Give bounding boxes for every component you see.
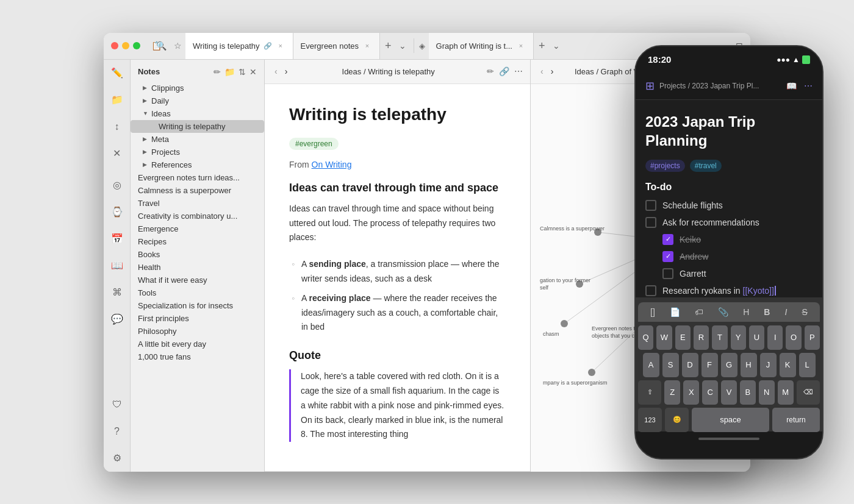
phone-more-icon[interactable]: ⋯ [804, 81, 813, 91]
more-icon[interactable]: ⋯ [514, 66, 523, 76]
key-w[interactable]: W [656, 325, 672, 350]
tab-close-button[interactable]: × [276, 41, 285, 51]
key-h[interactable]: H [741, 353, 757, 377]
sidebar-item-ideas[interactable]: ▼ Ideas [131, 107, 264, 120]
key-g[interactable]: G [721, 353, 737, 377]
sidebar-item-projects[interactable]: ▶ Projects [131, 146, 264, 158]
sidebar-item-specialization[interactable]: Specialization is for insects [131, 299, 264, 312]
kb-attach-icon[interactable]: 📎 [718, 307, 728, 317]
breadcrumb-parent[interactable]: Ideas [342, 67, 362, 76]
key-r[interactable]: R [694, 325, 709, 350]
sidebar-item-calmness[interactable]: Calmness is a superpower [131, 184, 264, 197]
bookmark-icon[interactable]: ☆ [170, 41, 185, 51]
forward-button[interactable]: › [282, 65, 290, 77]
shield-icon[interactable]: 🛡 [109, 396, 126, 413]
close-button[interactable] [111, 42, 118, 49]
key-d[interactable]: D [682, 353, 698, 377]
key-emoji[interactable]: 😊 [665, 408, 689, 432]
edit-icon[interactable]: ✏ [487, 66, 494, 76]
minimize-button[interactable] [122, 42, 129, 49]
kb-bold-icon[interactable]: B [764, 307, 770, 317]
tags-icon[interactable]: ⌚ [109, 204, 126, 221]
sidebar-item-clippings[interactable]: ▶ Clippings [131, 82, 264, 94]
tag-travel[interactable]: #travel [690, 160, 722, 172]
fullscreen-button[interactable] [133, 42, 140, 49]
back-button[interactable]: ‹ [272, 65, 280, 77]
graph-view-icon[interactable]: ◎ [109, 177, 126, 194]
key-num[interactable]: 123 [638, 408, 662, 432]
key-shift[interactable]: ⇧ [638, 380, 661, 405]
sidebar-item-recipes[interactable]: Recipes [131, 235, 264, 248]
calendar-icon[interactable]: 📅 [109, 230, 126, 247]
tag-projects[interactable]: #projects [645, 160, 685, 172]
tab-evergreen-notes[interactable]: Evergreen notes × [293, 33, 380, 60]
terminal-icon[interactable]: ⌘ [109, 284, 126, 301]
key-q[interactable]: Q [638, 325, 653, 350]
sidebar-item-meta[interactable]: ▶ Meta [131, 133, 264, 146]
key-y[interactable]: Y [731, 325, 746, 350]
tab-close-button[interactable]: × [362, 41, 372, 51]
sidebar-item-little-bit[interactable]: A little bit every day [131, 338, 264, 350]
settings-icon[interactable]: ⚙ [109, 450, 126, 467]
book-icon[interactable]: 📖 [109, 257, 126, 274]
key-s[interactable]: S [662, 353, 679, 377]
kb-bracket-icon[interactable]: [] [650, 307, 655, 317]
checkbox-keiko[interactable] [662, 234, 673, 245]
todo-schedule-flights[interactable]: Schedule flights [645, 200, 813, 211]
sidebar-item-writing-telepathy[interactable]: Writing is telepathy [131, 120, 264, 133]
key-o[interactable]: O [786, 325, 801, 350]
key-f[interactable]: F [702, 353, 718, 377]
phone-book-icon[interactable]: 📖 [786, 81, 797, 91]
todo-ask-recommendations[interactable]: Ask for recommendations [645, 217, 813, 228]
sidebar-item-philosophy[interactable]: Philosophy [131, 325, 264, 338]
key-u[interactable]: U [749, 325, 764, 350]
kb-heading-icon[interactable]: H [743, 307, 749, 317]
todo-andrew[interactable]: Andrew [662, 251, 813, 262]
sidebar-item-first-principles[interactable]: First principles [131, 312, 264, 325]
graph-back-button[interactable]: ‹ [538, 65, 546, 77]
key-j[interactable]: J [760, 353, 777, 377]
add-tab-graph-button[interactable]: + [534, 40, 550, 52]
kb-tag-icon[interactable]: 🏷 [695, 307, 703, 317]
add-tab-button[interactable]: + [380, 40, 396, 52]
sidebar-item-tools[interactable]: Tools [131, 286, 264, 299]
key-c[interactable]: C [702, 380, 718, 405]
kb-italic-icon[interactable]: I [785, 307, 788, 317]
close-panel-icon[interactable]: ✕ [109, 145, 126, 162]
sidebar-item-true-fans[interactable]: 1,000 true fans [131, 350, 264, 363]
key-n[interactable]: N [759, 380, 775, 405]
key-v[interactable]: V [721, 380, 737, 405]
sidebar-item-references[interactable]: ▶ References [131, 158, 264, 171]
key-l[interactable]: L [799, 353, 816, 377]
phone-home-bar[interactable] [698, 438, 759, 440]
sidebar-item-daily[interactable]: ▶ Daily [131, 94, 264, 107]
key-k[interactable]: K [780, 353, 796, 377]
sidebar-item-what-if[interactable]: What if it were easy [131, 274, 264, 286]
checkbox-garrett[interactable] [662, 268, 673, 279]
phone-sidebar-icon[interactable]: ⊞ [645, 79, 655, 93]
editor-content[interactable]: Writing is telepathy #evergreen From On … [265, 84, 530, 472]
phone-keyboard[interactable]: [] 📄 🏷 📎 H B I S Q W E R T Y U I O P [636, 297, 822, 431]
sidebar-item-health[interactable]: Health [131, 261, 264, 274]
key-m[interactable]: M [778, 380, 794, 405]
key-return[interactable]: return [772, 408, 820, 432]
sidebar-item-evergreen[interactable]: Evergreen notes turn ideas... [131, 171, 264, 184]
folder-icon[interactable]: 📁 [109, 91, 126, 108]
sort-icon[interactable]: ⇅ [239, 67, 246, 77]
key-space[interactable]: space [692, 408, 769, 432]
key-p[interactable]: P [805, 325, 820, 350]
new-note-icon[interactable]: ✏ [214, 67, 221, 77]
key-z[interactable]: Z [664, 380, 680, 405]
tab-graph-close-button[interactable]: × [516, 41, 526, 51]
tab-writing-telepathy[interactable]: Writing is telepathy 🔗 × [185, 33, 293, 60]
sidebar-item-books[interactable]: Books [131, 248, 264, 261]
key-backspace[interactable]: ⌫ [797, 380, 820, 405]
checkbox-schedule-flights[interactable] [645, 200, 656, 211]
key-e[interactable]: E [675, 325, 691, 350]
checkbox-andrew[interactable] [662, 251, 673, 262]
key-i[interactable]: I [767, 325, 783, 350]
checkbox-research-ryokans[interactable] [645, 285, 656, 296]
todo-garrett[interactable]: Garrett [662, 268, 813, 279]
phone-content[interactable]: 2023 Japan Trip Planning #projects #trav… [636, 100, 822, 297]
arrow-icon[interactable]: ↕ [109, 118, 126, 135]
